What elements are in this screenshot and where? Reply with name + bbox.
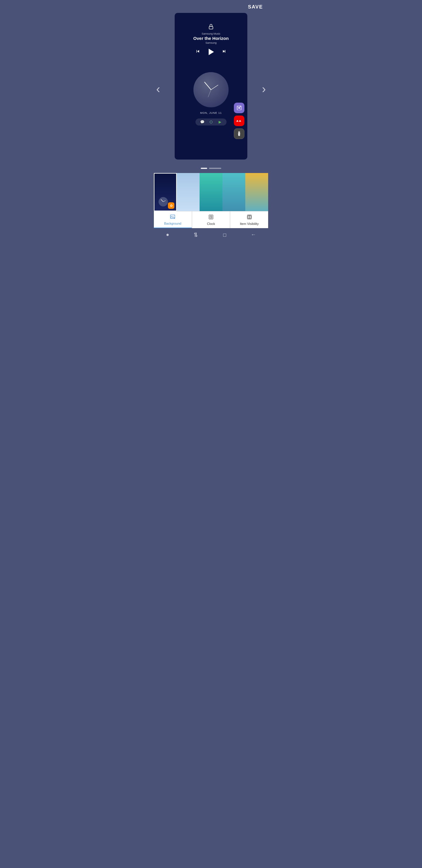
prev-arrow[interactable]: ‹ (156, 83, 160, 96)
svg-line-1 (204, 82, 211, 90)
header: SAVE (154, 0, 268, 13)
back-button[interactable]: ← (245, 229, 262, 240)
phone-mockup: Samsung Music Over the Horizon Samsung (175, 13, 247, 159)
wallpaper-thumb-1[interactable]: ✿ (154, 173, 177, 211)
bank-app-icon[interactable] (234, 116, 245, 126)
camera-app-icon[interactable] (234, 103, 245, 113)
clock-face (193, 72, 229, 107)
wallpaper-thumb-4[interactable] (222, 173, 245, 211)
message-icon: 💬 (200, 120, 205, 124)
bottom-tabs: Background Clock Item Visibility (154, 211, 268, 228)
tab-clock[interactable]: Clock (192, 211, 230, 228)
wallpaper-strip: ✿ (154, 173, 268, 211)
tab-background[interactable]: Background (154, 211, 192, 228)
play-button[interactable] (207, 48, 215, 56)
clock-widget (193, 72, 229, 107)
play-icon (209, 49, 214, 55)
square-button[interactable]: ◻ (217, 229, 232, 240)
preview-area: ‹ Samsung Music Over the Horizon Samsung (154, 13, 268, 165)
wallpaper-thumb-5[interactable] (245, 173, 268, 211)
song-title: Over the Horizon (193, 36, 229, 41)
artist-name: Samsung (205, 41, 217, 44)
play-store-icon: ▶ (217, 120, 222, 124)
thumb-bg-3 (200, 173, 222, 211)
next-arrow[interactable]: › (262, 83, 266, 96)
home-button[interactable]: ● (160, 229, 175, 240)
tab-clock-label: Clock (207, 222, 215, 225)
music-controls (195, 48, 227, 56)
tab-background-label: Background (164, 222, 182, 225)
svg-line-3 (208, 90, 211, 97)
date-label: MON, JUNE 11 (200, 112, 222, 114)
visibility-tab-icon (247, 214, 252, 221)
thumb-badge-1: ✿ (168, 202, 174, 209)
prev-track-button[interactable] (195, 49, 200, 55)
thumb-bg-2 (177, 173, 200, 211)
svg-rect-0 (209, 26, 213, 29)
lock-music-area: Samsung Music Over the Horizon Samsung (193, 24, 229, 56)
thumb-bg-5 (245, 173, 268, 211)
svg-line-2 (211, 85, 218, 90)
side-apps (234, 103, 245, 139)
page-indicator (154, 168, 268, 169)
dot-2 (209, 168, 221, 169)
thumb-bg-4 (222, 173, 245, 211)
shortcuts-bar: 💬 ⬡ ▶ (195, 119, 227, 125)
svg-point-13 (249, 216, 250, 218)
torch-app-icon[interactable] (234, 128, 245, 139)
dot-1 (201, 168, 207, 169)
wallpaper-thumb-2[interactable] (177, 173, 200, 211)
next-track-button[interactable] (222, 49, 227, 55)
tab-item-visibility[interactable]: Item Visibility (230, 211, 268, 228)
recents-button[interactable]: ⇌ (190, 226, 202, 241)
wallpaper-thumb-3[interactable] (200, 173, 222, 211)
nav-bar: ● ⇌ ◻ ← (154, 228, 268, 241)
background-tab-icon (170, 214, 175, 220)
tab-visibility-label: Item Visibility (240, 222, 259, 225)
save-button[interactable]: SAVE (248, 4, 263, 10)
thumb-clock-icon (157, 196, 169, 208)
svg-line-11 (211, 217, 212, 218)
clock-tab-icon (208, 214, 214, 221)
lock-icon (208, 24, 214, 30)
bixby-icon: ⬡ (208, 120, 214, 124)
music-app-label: Samsung Music (202, 32, 220, 35)
